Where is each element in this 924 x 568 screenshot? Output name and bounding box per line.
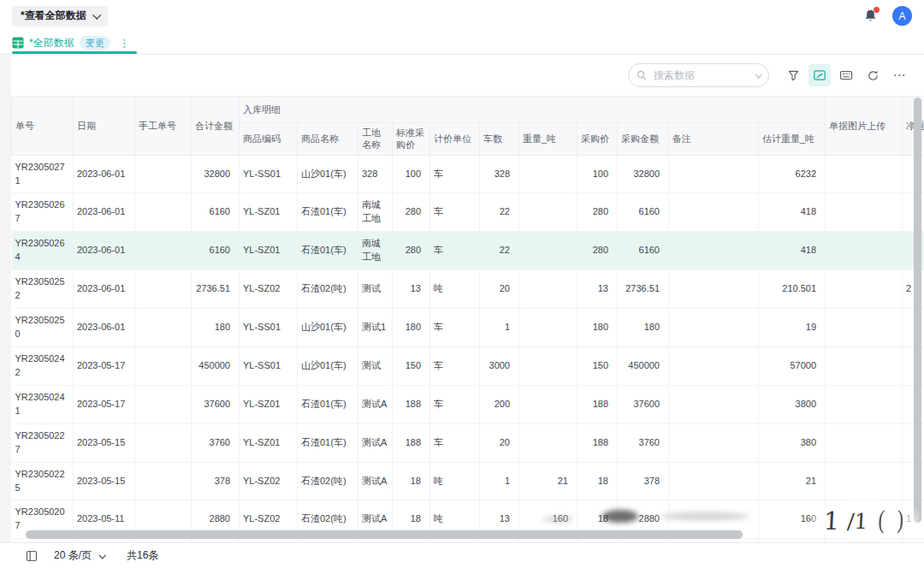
cell-purchase_price[interactable]: 280 bbox=[578, 232, 618, 270]
cell-site_name[interactable]: 南城工地 bbox=[358, 232, 393, 270]
cell-date[interactable]: 2023-05-15 bbox=[74, 423, 135, 462]
cell-date[interactable]: 2023-05-17 bbox=[74, 385, 135, 423]
cell-remark[interactable] bbox=[669, 423, 759, 462]
horizontal-scrollbar[interactable] bbox=[26, 530, 743, 539]
cell-std_purchase_price[interactable]: 280 bbox=[393, 193, 430, 232]
cell-purchase_price[interactable]: 150 bbox=[578, 346, 618, 385]
cell-product_name[interactable]: 石渣01(车) bbox=[298, 193, 358, 232]
col-header-manual_no[interactable]: 手工单号 bbox=[135, 97, 192, 156]
cell-date[interactable]: 2023-05-17 bbox=[74, 346, 135, 385]
col-header-est_weight_tons[interactable]: 估计重量_吨 bbox=[759, 123, 826, 156]
cell-date[interactable]: 2023-06-01 bbox=[74, 193, 135, 232]
cell-std_purchase_price[interactable]: 280 bbox=[393, 232, 430, 270]
cell-product_code[interactable]: YL-SS01 bbox=[240, 309, 298, 347]
cell-vehicle_count[interactable]: 22 bbox=[480, 193, 519, 232]
cell-manual_no[interactable] bbox=[135, 193, 192, 232]
cell-manual_no[interactable] bbox=[135, 423, 192, 462]
cell-std_purchase_price[interactable]: 100 bbox=[393, 155, 430, 193]
cell-purchase_price[interactable]: 180 bbox=[578, 309, 618, 347]
table-row[interactable]: YR230502252023-05-15378YL-SZ02石渣02(吨)测试A… bbox=[12, 462, 924, 500]
cell-doc_image_upload[interactable] bbox=[826, 423, 903, 462]
card-view-button[interactable] bbox=[808, 64, 831, 86]
cell-weight_tons[interactable] bbox=[519, 270, 578, 309]
refresh-button[interactable] bbox=[862, 64, 884, 86]
col-header-total_amount[interactable]: 合计金额 bbox=[192, 97, 240, 156]
cell-weight_tons[interactable] bbox=[519, 309, 578, 347]
col-header-weight_tons[interactable]: 重量_吨 bbox=[519, 123, 578, 156]
cell-total_amount[interactable]: 3760 bbox=[192, 423, 240, 462]
cell-vehicle_count[interactable]: 328 bbox=[480, 155, 519, 193]
cell-site_name[interactable]: 测试1 bbox=[358, 309, 393, 347]
cell-product_name[interactable]: 山沙01(车) bbox=[298, 309, 358, 347]
cell-vehicle_count[interactable]: 20 bbox=[480, 423, 519, 462]
cell-total_amount[interactable]: 180 bbox=[192, 309, 240, 347]
cell-site_name[interactable]: 南城工地 bbox=[358, 193, 393, 232]
cell-product_code[interactable]: YL-SZ02 bbox=[240, 462, 298, 500]
cell-purchase_amount[interactable]: 378 bbox=[618, 462, 669, 500]
col-header-std_purchase_price[interactable]: 标准采购价 bbox=[393, 123, 430, 156]
cell-date[interactable]: 2023-06-01 bbox=[74, 270, 135, 309]
cell-site_name[interactable]: 328 bbox=[358, 155, 393, 193]
cell-manual_no[interactable] bbox=[135, 385, 192, 423]
table-row[interactable]: YR230502712023-06-0132800YL-SS01山沙01(车)3… bbox=[12, 155, 924, 193]
cell-purchase_price[interactable]: 280 bbox=[578, 193, 618, 232]
view-selector-button[interactable]: *查看全部数据 bbox=[12, 6, 108, 27]
cell-weight_tons[interactable] bbox=[519, 193, 578, 232]
cell-std_purchase_price[interactable]: 180 bbox=[393, 309, 430, 347]
cell-order_no[interactable]: YR23050227 bbox=[12, 423, 74, 462]
cell-std_purchase_price[interactable]: 188 bbox=[393, 423, 430, 462]
cell-remark[interactable] bbox=[669, 232, 759, 270]
cell-weight_tons[interactable] bbox=[519, 232, 578, 270]
cell-std_purchase_price[interactable]: 13 bbox=[393, 270, 430, 309]
cell-product_code[interactable]: YL-SZ01 bbox=[240, 385, 298, 423]
cell-manual_no[interactable] bbox=[135, 309, 192, 347]
search-box[interactable] bbox=[628, 63, 769, 87]
cell-std_purchase_price[interactable]: 18 bbox=[393, 462, 430, 500]
cell-est_weight_tons[interactable]: 418 bbox=[759, 232, 826, 270]
cell-price_unit[interactable]: 吨 bbox=[430, 462, 480, 500]
table-row[interactable]: YR230502502023-06-01180YL-SS01山沙01(车)测试1… bbox=[12, 309, 924, 347]
cell-manual_no[interactable] bbox=[135, 346, 192, 385]
cell-order_no[interactable]: YR23050241 bbox=[12, 385, 74, 423]
cell-product_name[interactable]: 石渣01(车) bbox=[298, 423, 358, 462]
cell-order_no[interactable]: YR23050225 bbox=[12, 462, 74, 500]
panel-toggle-button[interactable] bbox=[26, 550, 38, 562]
col-header-purchase_amount[interactable]: 采购金额 bbox=[618, 123, 669, 156]
cell-est_weight_tons[interactable]: 3800 bbox=[759, 385, 826, 423]
cell-product_name[interactable]: 山沙01(车) bbox=[298, 346, 358, 385]
cell-purchase_amount[interactable]: 32800 bbox=[618, 155, 669, 193]
cell-weight_tons[interactable] bbox=[519, 346, 578, 385]
cell-purchase_price[interactable]: 188 bbox=[578, 385, 618, 423]
cell-product_name[interactable]: 石渣02(吨) bbox=[298, 462, 358, 500]
cell-total_amount[interactable]: 2736.51 bbox=[192, 270, 240, 309]
cell-site_name[interactable]: 测试A bbox=[358, 423, 393, 462]
table-row[interactable]: YR230502522023-06-012736.51YL-SZ02石渣02(吨… bbox=[12, 270, 924, 309]
cell-est_weight_tons[interactable]: 6232 bbox=[759, 155, 826, 193]
cell-manual_no[interactable] bbox=[135, 270, 192, 309]
cell-doc_image_upload[interactable] bbox=[826, 193, 903, 232]
cell-order_no[interactable]: YR23050250 bbox=[12, 309, 74, 347]
cell-remark[interactable] bbox=[669, 193, 759, 232]
cell-price_unit[interactable]: 车 bbox=[430, 193, 480, 232]
cell-purchase_price[interactable]: 188 bbox=[578, 423, 618, 462]
table-row[interactable]: YR230502412023-05-1737600YL-SZ01石渣01(车)测… bbox=[12, 385, 924, 423]
cell-price_unit[interactable]: 车 bbox=[430, 309, 480, 347]
cell-product_code[interactable]: YL-SS01 bbox=[240, 155, 298, 193]
filter-button[interactable] bbox=[782, 64, 804, 86]
cell-vehicle_count[interactable]: 200 bbox=[480, 385, 519, 423]
cell-purchase_price[interactable]: 13 bbox=[578, 270, 618, 309]
cell-doc_image_upload[interactable] bbox=[826, 346, 903, 385]
table-row[interactable]: YR230502642023-06-016160YL-SZ01石渣01(车)南城… bbox=[12, 232, 924, 270]
vertical-scrollbar[interactable] bbox=[914, 98, 921, 523]
cell-product_code[interactable]: YL-SZ01 bbox=[240, 232, 298, 270]
cell-price_unit[interactable]: 吨 bbox=[430, 270, 480, 309]
avatar[interactable]: A bbox=[892, 6, 912, 26]
cell-doc_image_upload[interactable] bbox=[826, 270, 903, 309]
cell-product_name[interactable]: 石渣01(车) bbox=[298, 385, 358, 423]
cell-site_name[interactable]: 测试A bbox=[358, 462, 393, 500]
col-header-product_name[interactable]: 商品名称 bbox=[298, 123, 358, 156]
cell-doc_image_upload[interactable] bbox=[826, 155, 903, 193]
cell-product_code[interactable]: YL-SS01 bbox=[240, 346, 298, 385]
table-row[interactable]: YR230502422023-05-17450000YL-SS01山沙01(车)… bbox=[12, 346, 924, 385]
cell-date[interactable]: 2023-06-01 bbox=[74, 309, 135, 347]
